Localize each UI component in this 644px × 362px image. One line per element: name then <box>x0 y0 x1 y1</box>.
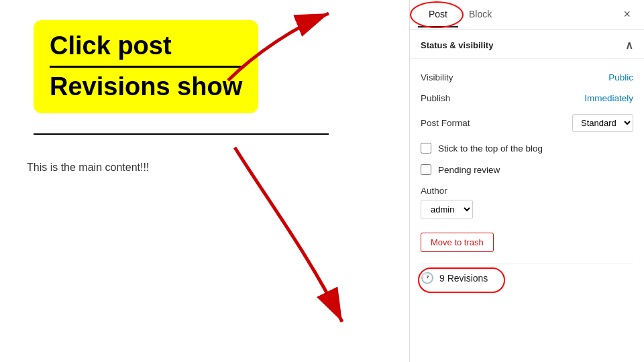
close-button[interactable]: × <box>618 5 636 24</box>
post-format-row: Post Format Standard Aside Image Video Q… <box>421 109 633 137</box>
revisions-icon: 🕐 <box>421 272 434 284</box>
editor-divider <box>34 133 329 135</box>
sticky-label: Stick to the top of the blog <box>438 143 543 154</box>
chevron-up-icon: ∧ <box>625 39 633 52</box>
revisions-row[interactable]: 🕐 9 Revisions <box>421 263 633 292</box>
move-to-trash-button[interactable]: Move to trash <box>421 233 494 252</box>
author-section: Author admin <box>421 180 633 227</box>
editor-area: Click post Revisions show This is the ma… <box>0 0 409 362</box>
sticky-checkbox[interactable] <box>421 143 431 154</box>
revisions-label: 9 Revisions <box>439 273 488 284</box>
visibility-row: Visibility Public <box>421 67 633 88</box>
publish-label: Publish <box>421 93 450 103</box>
visibility-label: Visibility <box>421 72 453 82</box>
pending-checkbox[interactable] <box>421 164 431 175</box>
annotation-line2: Revisions show <box>50 73 242 101</box>
panel-content: Visibility Public Publish Immediately Po… <box>410 59 644 362</box>
pending-label: Pending review <box>438 165 500 175</box>
annotation-divider <box>50 66 242 68</box>
visibility-value[interactable]: Public <box>608 72 633 82</box>
tab-post[interactable]: Post <box>418 2 458 27</box>
tab-bar: Post Block × <box>410 0 644 29</box>
section-header[interactable]: Status & visibility ∧ <box>410 29 644 59</box>
author-label: Author <box>421 186 633 196</box>
publish-row: Publish Immediately <box>421 88 633 109</box>
author-select[interactable]: admin <box>421 200 473 219</box>
post-format-select[interactable]: Standard Aside Image Video Quote Link <box>572 114 633 132</box>
tab-block[interactable]: Block <box>458 2 502 27</box>
annotation-line1: Click post <box>50 32 242 60</box>
editor-content: This is the main content!!! <box>20 162 389 174</box>
pending-row: Pending review <box>421 159 633 180</box>
sticky-row: Stick to the top of the blog <box>421 137 633 159</box>
section-title: Status & visibility <box>421 40 493 50</box>
publish-value[interactable]: Immediately <box>584 93 633 103</box>
annotation-box: Click post Revisions show <box>34 20 258 113</box>
post-format-label: Post Format <box>421 118 470 128</box>
sidebar-panel: Post Block × Status & visibility ∧ Visib… <box>409 0 644 362</box>
